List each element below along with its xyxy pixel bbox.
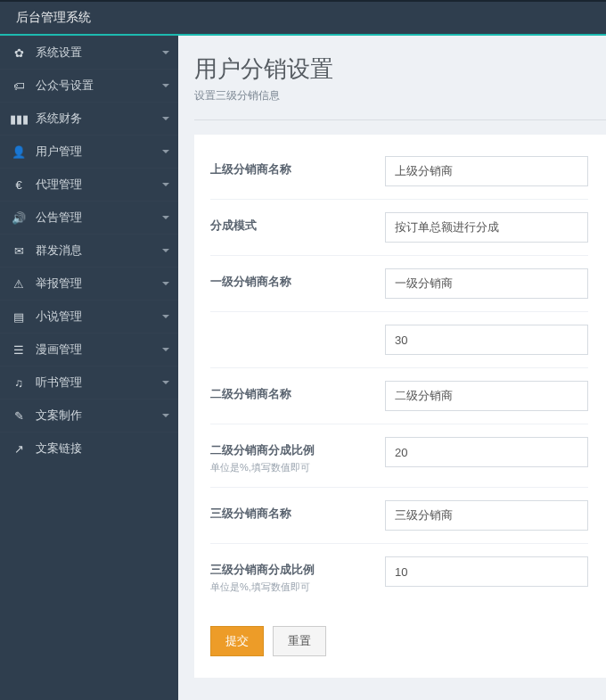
text-input[interactable] — [385, 156, 588, 186]
text-input[interactable] — [385, 381, 588, 411]
sidebar-item-4[interactable]: €代理管理 — [0, 168, 178, 201]
sidebar-item-label: 群发消息 — [36, 243, 162, 259]
text-input[interactable] — [385, 437, 588, 467]
sidebar-item-11[interactable]: ✎文案制作 — [0, 399, 178, 432]
mail-icon: ✉ — [11, 244, 27, 258]
field-control-col — [385, 381, 588, 411]
chevron-down-icon — [162, 117, 169, 120]
field-label: 二级分销商分成比例 — [210, 442, 374, 458]
field-hint: 单位是%,填写数值即可 — [210, 461, 374, 474]
sidebar-item-label: 听书管理 — [36, 375, 162, 391]
sidebar-item-8[interactable]: ▤小说管理 — [0, 300, 178, 333]
text-input[interactable] — [385, 268, 588, 299]
form-row: 上级分销商名称 — [210, 154, 588, 199]
sidebar-item-label: 举报管理 — [36, 276, 162, 292]
sidebar-item-1[interactable]: 🏷公众号设置 — [0, 69, 178, 102]
sidebar-item-5[interactable]: 🔊公告管理 — [0, 201, 178, 234]
field-label-col: 三级分销商分成比例单位是%,填写数值即可 — [210, 556, 385, 594]
sidebar-item-12[interactable]: ↗文案链接 — [0, 432, 178, 465]
chevron-down-icon — [162, 216, 169, 219]
audio-icon: ♫ — [11, 376, 27, 390]
shell: ✿系统设置🏷公众号设置▮▮▮系统财务👤用户管理€代理管理🔊公告管理✉群发消息⚠举… — [0, 36, 606, 700]
form-row: 三级分销商名称 — [210, 487, 588, 543]
sidebar-item-7[interactable]: ⚠举报管理 — [0, 267, 178, 300]
page-header: 用户分销设置 设置三级分销信息 — [194, 48, 606, 120]
field-control-col — [385, 212, 588, 243]
gear-icon: ✿ — [11, 46, 27, 60]
form-row: 二级分销商分成比例单位是%,填写数值即可 — [210, 424, 588, 487]
field-control-col — [385, 556, 588, 594]
sidebar-item-10[interactable]: ♫听书管理 — [0, 366, 178, 399]
field-control-col — [385, 437, 588, 474]
chevron-down-icon — [162, 84, 169, 87]
chevron-down-icon — [162, 249, 169, 252]
chevron-down-icon — [162, 348, 169, 351]
speaker-icon: 🔊 — [11, 211, 27, 225]
sidebar-item-label: 代理管理 — [36, 177, 162, 193]
field-label-col: 二级分销商名称 — [210, 381, 385, 411]
form-row: 二级分销商名称 — [210, 367, 588, 424]
sidebar-item-0[interactable]: ✿系统设置 — [0, 36, 178, 69]
warning-icon: ⚠ — [11, 277, 27, 291]
sidebar-item-label: 公众号设置 — [36, 78, 162, 94]
sidebar-item-label: 系统财务 — [36, 111, 162, 127]
tag-icon: 🏷 — [11, 79, 27, 93]
page-subtitle: 设置三级分销信息 — [194, 88, 606, 103]
sidebar-item-6[interactable]: ✉群发消息 — [0, 234, 178, 267]
field-label-blank — [210, 330, 374, 348]
form-panel: 上级分销商名称分成模式一级分销商名称二级分销商名称二级分销商分成比例单位是%,填… — [194, 135, 606, 678]
form-row: 三级分销商分成比例单位是%,填写数值即可 — [210, 543, 588, 606]
link-icon: ↗ — [11, 442, 27, 456]
field-label-col: 三级分销商名称 — [210, 500, 385, 531]
list-icon: ☰ — [11, 343, 27, 357]
chevron-down-icon — [162, 51, 169, 54]
sidebar-item-2[interactable]: ▮▮▮系统财务 — [0, 102, 178, 135]
book-icon: ▤ — [11, 310, 27, 324]
field-label-col — [210, 325, 385, 355]
app-title: 后台管理系统 — [16, 10, 91, 26]
field-control-col — [385, 325, 588, 355]
field-list: 上级分销商名称分成模式一级分销商名称二级分销商名称二级分销商分成比例单位是%,填… — [210, 154, 588, 606]
euro-icon: € — [11, 178, 27, 192]
form-row: 分成模式 — [210, 199, 588, 255]
field-control-col — [385, 500, 588, 531]
form-row — [210, 311, 588, 367]
sidebar-item-label: 文案链接 — [36, 441, 169, 457]
text-input[interactable] — [385, 500, 588, 531]
sidebar-item-3[interactable]: 👤用户管理 — [0, 135, 178, 168]
field-control-col — [385, 156, 588, 186]
chevron-down-icon — [162, 315, 169, 318]
topbar: 后台管理系统 — [0, 0, 606, 36]
field-label: 分成模式 — [210, 218, 374, 234]
chevron-down-icon — [162, 183, 169, 186]
page-title: 用户分销设置 — [194, 54, 606, 85]
chevron-down-icon — [162, 150, 169, 153]
field-label: 三级分销商名称 — [210, 506, 374, 522]
user-icon: 👤 — [11, 145, 27, 159]
chevron-down-icon — [162, 381, 169, 384]
field-label-col: 一级分销商名称 — [210, 268, 385, 299]
form-actions: 提交 重置 — [210, 626, 588, 656]
text-input[interactable] — [385, 556, 588, 587]
sidebar: ✿系统设置🏷公众号设置▮▮▮系统财务👤用户管理€代理管理🔊公告管理✉群发消息⚠举… — [0, 36, 178, 700]
select-input[interactable] — [385, 212, 588, 243]
chevron-down-icon — [162, 282, 169, 285]
field-label-col: 二级分销商分成比例单位是%,填写数值即可 — [210, 437, 385, 474]
field-label-col: 上级分销商名称 — [210, 156, 385, 186]
sidebar-item-label: 公告管理 — [36, 210, 162, 226]
field-label: 三级分销商分成比例 — [210, 562, 374, 578]
sidebar-item-9[interactable]: ☰漫画管理 — [0, 333, 178, 366]
field-control-col — [385, 268, 588, 299]
sidebar-item-label: 漫画管理 — [36, 342, 162, 358]
field-label-col: 分成模式 — [210, 212, 385, 243]
chevron-down-icon — [162, 414, 169, 417]
field-label: 上级分销商名称 — [210, 161, 374, 177]
content: 用户分销设置 设置三级分销信息 上级分销商名称分成模式一级分销商名称二级分销商名… — [178, 36, 606, 700]
sidebar-item-label: 小说管理 — [36, 309, 162, 325]
field-label: 二级分销商名称 — [210, 386, 374, 402]
sidebar-item-label: 用户管理 — [36, 144, 162, 160]
reset-button[interactable]: 重置 — [273, 626, 326, 656]
text-input[interactable] — [385, 325, 588, 355]
sidebar-item-label: 文案制作 — [36, 408, 162, 424]
submit-button[interactable]: 提交 — [210, 626, 264, 656]
